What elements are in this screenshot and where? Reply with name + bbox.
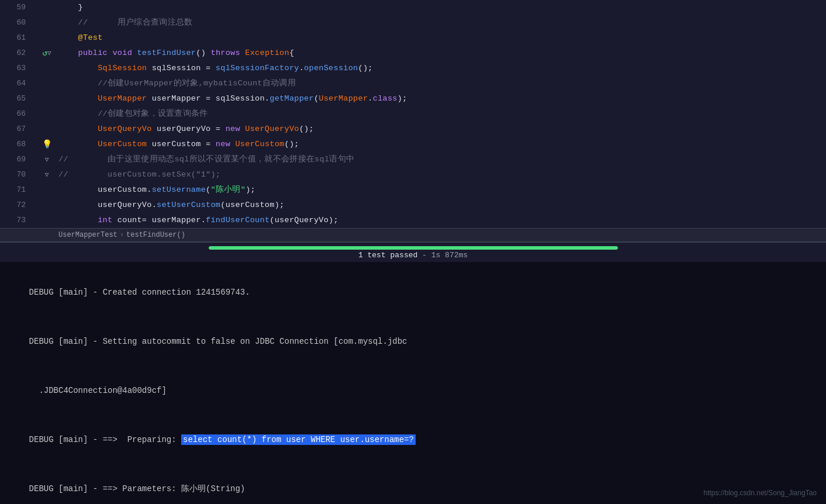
- run-icon[interactable]: ↺: [42, 46, 47, 61]
- code-line-65: 65 UserMapper userMapper = sqlSession.ge…: [0, 91, 826, 106]
- console-line-5: DEBUG [main] - ==> Parameters: 陈小明(Strin…: [9, 464, 817, 504]
- line-number-73: 73: [0, 213, 35, 228]
- code-editor: 59 } 60 // 用户综合查询注总数 61 @Test 62 ↺ ▽ p: [0, 0, 826, 241]
- code-content-59: }: [58, 0, 826, 15]
- gutter-70: ▽: [35, 167, 58, 182]
- watermark: https://blog.csdn.net/Song_JiangTao: [704, 489, 817, 497]
- progress-fill: [209, 246, 618, 250]
- line-number-65: 65: [0, 91, 35, 106]
- code-content-63: SqlSession sqlSession = sqlSessionFactor…: [58, 61, 826, 76]
- code-content-64: //创建UserMapper的对象,mybatisCount自动调用: [58, 76, 826, 91]
- code-line-61: 61 @Test: [0, 30, 826, 46]
- gutter-68: 💡: [35, 137, 58, 152]
- code-content-62: public void testFindUser() throws Except…: [58, 46, 826, 61]
- test-time-label: - 1s 872ms: [422, 251, 468, 260]
- breadcrumb-method[interactable]: testFindUser(): [126, 231, 185, 239]
- line-number-66: 66: [0, 106, 35, 122]
- line-number-68: 68: [0, 137, 35, 152]
- console-output: DEBUG [main] - Created connection 124156…: [0, 262, 826, 504]
- code-line-68: 68 💡 UserCustom userCustom = new UserCus…: [0, 137, 826, 152]
- code-line-60: 60 // 用户综合查询注总数: [0, 15, 826, 30]
- line-number-60: 60: [0, 15, 35, 30]
- console-text-1: DEBUG [main] - Created connection 124156…: [29, 288, 250, 297]
- console-line-3: .JDBC4Connection@4a00d9cf]: [9, 366, 817, 415]
- code-content-61: @Test: [58, 30, 826, 46]
- code-line-71: 71 userCustom.setUsername("陈小明");: [0, 182, 826, 198]
- code-line-66: 66 //创建包对象，设置查询条件: [0, 106, 826, 122]
- line-number-61: 61: [0, 30, 35, 46]
- breadcrumb-separator: ›: [120, 231, 124, 239]
- light-bulb-icon[interactable]: 💡: [42, 137, 52, 152]
- code-content-65: UserMapper userMapper = sqlSession.getMa…: [58, 91, 826, 106]
- code-lines: 59 } 60 // 用户综合查询注总数 61 @Test 62 ↺ ▽ p: [0, 0, 826, 228]
- fold-icon-62[interactable]: ▽: [47, 46, 51, 61]
- console-text-2: DEBUG [main] - Setting autocommit to fal…: [29, 337, 407, 346]
- console-line-2: DEBUG [main] - Setting autocommit to fal…: [9, 317, 817, 366]
- code-content-71: userCustom.setUsername("陈小明");: [58, 182, 826, 198]
- line-number-72: 72: [0, 198, 35, 213]
- console-text-3: .JDBC4Connection@4a00d9cf]: [29, 386, 167, 395]
- fold-icon-70[interactable]: ▽: [45, 167, 49, 182]
- code-line-69: 69 ▽ // 由于这里使用动态sql所以不设置某个值，就不会拼接在sql语句中: [0, 152, 826, 167]
- code-content-68: UserCustom userCustom = new UserCustom()…: [58, 137, 826, 152]
- code-content-66: //创建包对象，设置查询条件: [58, 106, 826, 122]
- code-line-63: 63 SqlSession sqlSession = sqlSessionFac…: [0, 61, 826, 76]
- line-number-70: 70: [0, 167, 35, 182]
- line-number-64: 64: [0, 76, 35, 91]
- gutter-62: ↺ ▽: [35, 46, 58, 61]
- test-result-bar: 1 test passed - 1s 872ms: [0, 241, 826, 262]
- code-line-67: 67 UserQueryVo userQueryVo = new UserQue…: [0, 122, 826, 137]
- code-content-60: // 用户综合查询注总数: [58, 15, 826, 30]
- code-content-69: // 由于这里使用动态sql所以不设置某个值，就不会拼接在sql语句中: [58, 152, 826, 167]
- breadcrumb-class[interactable]: UserMapperTest: [58, 231, 117, 239]
- fold-icon-69[interactable]: ▽: [45, 152, 49, 167]
- progress-track: [209, 246, 618, 250]
- code-line-72: 72 userQueryVo.setUserCustom(userCustom)…: [0, 198, 826, 213]
- gutter-69: ▽: [35, 152, 58, 167]
- line-number-59: 59: [0, 0, 35, 15]
- code-content-72: userQueryVo.setUserCustom(userCustom);: [58, 198, 826, 213]
- console-sql-highlight: select count(*) from user WHERE user.use…: [181, 434, 416, 445]
- code-content-70: // userCustom.setSex("1");: [58, 167, 826, 182]
- console-line-4: DEBUG [main] - ==> Preparing: select cou…: [9, 415, 817, 464]
- line-number-69: 69: [0, 152, 35, 167]
- code-content-73: int count= userMapper.findUserCount(user…: [58, 213, 826, 228]
- line-number-67: 67: [0, 122, 35, 137]
- line-number-71: 71: [0, 182, 35, 198]
- console-prefix-4: DEBUG [main] - ==> Preparing:: [29, 435, 181, 444]
- code-line-59: 59 }: [0, 0, 826, 15]
- line-number-62: 62: [0, 46, 35, 61]
- code-line-62: 62 ↺ ▽ public void testFindUser() throws…: [0, 46, 826, 61]
- code-line-70: 70 ▽ // userCustom.setSex("1");: [0, 167, 826, 182]
- breadcrumb: UserMapperTest › testFindUser(): [0, 228, 826, 241]
- line-number-63: 63: [0, 61, 35, 76]
- test-status: 1 test passed - 1s 872ms: [358, 251, 468, 260]
- code-line-73: 73 int count= userMapper.findUserCount(u…: [0, 213, 826, 228]
- code-content-67: UserQueryVo userQueryVo = new UserQueryV…: [58, 122, 826, 137]
- test-passed-label: 1 test passed: [358, 251, 417, 260]
- console-line-1: DEBUG [main] - Created connection 124156…: [9, 268, 817, 317]
- console-text-5: DEBUG [main] - ==> Parameters: 陈小明(Strin…: [29, 484, 246, 493]
- code-line-64: 64 //创建UserMapper的对象,mybatisCount自动调用: [0, 76, 826, 91]
